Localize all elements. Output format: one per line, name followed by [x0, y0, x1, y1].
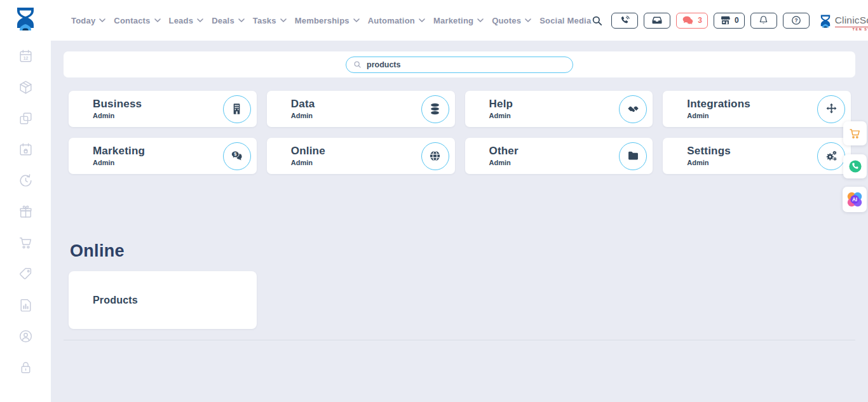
sidebar-item-account[interactable]	[17, 328, 34, 344]
svg-text:12: 12	[23, 55, 28, 60]
topbar-actions: 3 0 ?	[591, 10, 868, 31]
report-icon	[18, 297, 34, 313]
sidebar-item-products[interactable]	[17, 79, 34, 95]
calendar-icon: 12	[18, 48, 34, 64]
card-marketing[interactable]: Marketing Admin $	[69, 138, 257, 174]
brand-logo: ClinicSoftware.com TEN STEPS AHEAD	[819, 10, 868, 31]
nav-item-marketing[interactable]: Marketing	[433, 16, 484, 25]
building-icon	[223, 95, 251, 123]
result-item-label: Products	[93, 295, 138, 306]
handshake-icon	[619, 95, 647, 123]
nav-item-tasks[interactable]: Tasks	[253, 16, 287, 25]
inbox-icon	[651, 15, 663, 26]
move-arrows-icon	[817, 95, 845, 123]
store-icon	[719, 15, 731, 26]
search-box	[346, 57, 573, 73]
floating-cart-button[interactable]	[843, 121, 867, 145]
sidebar-item-documents[interactable]	[17, 110, 34, 126]
user-circle-icon	[18, 328, 34, 344]
floating-ai-assistant-button[interactable]: AI	[843, 187, 867, 212]
nav-item-label: Memberships	[295, 16, 349, 25]
left-sidebar: 12	[0, 41, 51, 402]
nav-item-deals[interactable]: Deals	[212, 16, 245, 25]
whatsapp-icon	[848, 159, 863, 174]
nav-item-contacts[interactable]: Contacts	[114, 16, 160, 25]
sidebar-item-shop[interactable]	[17, 234, 34, 251]
money-chat-icon: $	[223, 142, 251, 170]
calendar-bag-icon	[18, 142, 34, 157]
cart-icon	[18, 235, 34, 251]
card-settings[interactable]: Settings Admin	[663, 138, 851, 174]
copy-icon	[18, 111, 34, 126]
chevron-down-icon	[419, 18, 425, 22]
section-divider	[64, 340, 855, 340]
nav-item-leads[interactable]: Leads	[169, 16, 204, 25]
chevron-down-icon	[238, 18, 245, 22]
top-bar: TodayContactsLeadsDealsTasksMembershipsA…	[0, 0, 868, 41]
phone-button[interactable]	[611, 13, 638, 29]
card-business[interactable]: Business Admin	[69, 91, 257, 127]
sidebar-item-history[interactable]	[17, 172, 34, 189]
nav-item-quotes[interactable]: Quotes	[492, 16, 531, 25]
nav-item-label: Deals	[212, 16, 234, 25]
card-other[interactable]: Other Admin	[465, 138, 653, 174]
nav-item-label: Leads	[169, 16, 194, 25]
lock-icon	[18, 359, 34, 375]
result-item-products[interactable]: Products	[69, 271, 257, 329]
sidebar-item-appointments[interactable]	[17, 141, 34, 157]
help-button[interactable]: ?	[783, 13, 810, 29]
chevron-down-icon	[197, 18, 203, 22]
question-icon: ?	[790, 15, 802, 26]
gears-icon	[817, 142, 845, 170]
card-help[interactable]: Help Admin	[465, 91, 653, 127]
card-data[interactable]: Data Admin	[267, 91, 455, 127]
brand-name: ClinicSoftware.com TEN STEPS AHEAD	[835, 10, 868, 31]
card-integrations[interactable]: Integrations Admin	[663, 91, 851, 127]
sidebar-item-price-tags[interactable]	[17, 265, 34, 282]
sidebar-item-security[interactable]	[17, 359, 34, 375]
chat-messages-button[interactable]: 3	[676, 13, 708, 29]
chat-count-badge: 3	[698, 16, 702, 25]
chevron-down-icon	[154, 18, 161, 22]
history-icon	[18, 173, 34, 189]
nav-item-label: Contacts	[114, 16, 150, 25]
sidebar-item-calendar[interactable]: 12	[17, 48, 34, 64]
results-section-heading: Online	[70, 241, 868, 261]
nav-item-label: Tasks	[253, 16, 276, 25]
hourglass-brand-icon	[819, 14, 832, 30]
admin-cards-grid: Business Admin Data Admin Help Admin	[69, 91, 851, 174]
nav-item-label: Marketing	[433, 16, 473, 25]
search-panel	[64, 51, 855, 77]
svg-text:AI: AI	[852, 197, 857, 203]
nav-item-social-media[interactable]: Social Media	[539, 16, 591, 25]
svg-text:?: ?	[794, 18, 797, 23]
search-icon[interactable]	[591, 15, 603, 27]
nav-item-automation[interactable]: Automation	[368, 16, 425, 25]
main-content: Business Admin Data Admin Help Admin	[51, 41, 868, 402]
chevron-down-icon	[525, 18, 531, 22]
notifications-button[interactable]	[750, 13, 777, 29]
chevron-down-icon	[99, 18, 105, 22]
card-online[interactable]: Online Admin	[267, 138, 455, 174]
inbox-button[interactable]	[644, 13, 670, 29]
price-tag-icon	[18, 266, 34, 282]
hourglass-logo-icon	[14, 6, 37, 34]
pos-store-button[interactable]: 0	[714, 13, 745, 29]
sidebar-item-gift-cards[interactable]	[17, 203, 34, 220]
cart-orange-icon	[848, 127, 862, 140]
floating-whatsapp-button[interactable]	[843, 154, 867, 178]
sidebar-item-reports[interactable]	[17, 297, 34, 313]
chevron-down-icon	[353, 18, 360, 22]
globe-icon	[421, 142, 449, 170]
folder-icon	[619, 142, 647, 170]
gift-icon	[18, 204, 34, 220]
search-input[interactable]	[367, 60, 573, 69]
pos-count-badge: 0	[735, 16, 739, 25]
nav-item-memberships[interactable]: Memberships	[295, 16, 360, 25]
bell-icon	[758, 15, 769, 26]
app-logo[interactable]	[14, 6, 37, 34]
nav-item-today[interactable]: Today	[71, 16, 105, 25]
nav-item-label: Today	[71, 16, 95, 25]
main-nav: TodayContactsLeadsDealsTasksMembershipsA…	[71, 16, 591, 25]
chevron-down-icon	[477, 18, 484, 22]
